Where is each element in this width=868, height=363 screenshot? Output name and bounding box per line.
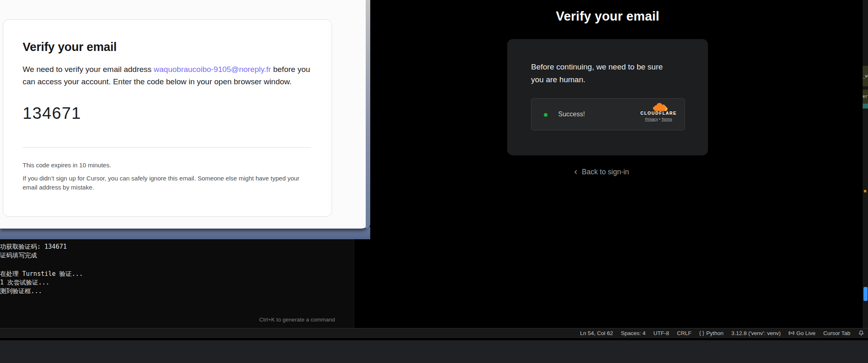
background-window-strip — [0, 227, 370, 239]
human-check-card: Before continuing, we need to be sure yo… — [507, 39, 708, 155]
email-window-edge — [366, 0, 370, 229]
code-expiry-note: This code expires in 10 minutes. — [23, 162, 332, 169]
terminal-panel[interactable]: 功获取验证码: 134671 证码填写完成 在处理 Turnstile 验证..… — [0, 239, 354, 328]
email-body-before: We need to verify your email address — [23, 65, 154, 74]
verification-code: 134671 — [23, 104, 332, 123]
cloudflare-turnstile-widget[interactable]: Success! CLOUDFLARE Privacy • Terms — [531, 98, 685, 130]
python-interpreter-indicator[interactable]: 3.12.8 ('venv': venv) — [731, 330, 781, 336]
code-highlight-fragment — [863, 104, 868, 109]
go-live-label: Go Live — [796, 330, 816, 336]
desktop-screen: Verify your email We need to verify your… — [0, 0, 868, 363]
turnstile-links: Privacy • Terms — [638, 117, 679, 121]
terminal-line: 测到验证框... — [0, 287, 354, 296]
turnstile-status: Success! — [558, 111, 585, 118]
prompt-line-1: Before continuing, we need to be sure — [531, 60, 663, 73]
human-check-prompt: Before continuing, we need to be sure yo… — [531, 60, 663, 86]
email-body: We need to verify your email address waq… — [23, 63, 313, 88]
broadcast-icon — [789, 330, 794, 336]
cursor-position-indicator[interactable]: Ln 54, Col 62 — [580, 330, 613, 336]
terms-link[interactable]: Terms — [661, 117, 672, 121]
indentation-indicator[interactable]: Spaces: 4 — [621, 330, 645, 336]
go-live-button[interactable]: Go Live — [789, 330, 816, 336]
editor-edge-sliver: _w er — [863, 0, 868, 328]
cloudflare-logo-icon — [650, 102, 668, 111]
success-dot — [544, 113, 548, 117]
status-bar: Ln 54, Col 62 Spaces: 4 UTF-8 CRLF { } P… — [0, 328, 868, 338]
code-fragment: _w — [863, 66, 868, 86]
eol-indicator[interactable]: CRLF — [677, 330, 692, 336]
email-card: Verify your email We need to verify your… — [3, 19, 332, 217]
email-window: Verify your email We need to verify your… — [0, 0, 370, 229]
email-divider — [23, 147, 311, 148]
terminal-line — [0, 260, 354, 270]
chevron-left-icon: ‹ — [574, 167, 577, 176]
back-to-signin-link[interactable]: ‹ Back to sign-in — [574, 167, 629, 176]
notifications-button[interactable] — [858, 330, 864, 336]
email-title: Verify your email — [23, 40, 332, 54]
cursor-tab-indicator[interactable]: Cursor Tab — [823, 330, 850, 336]
minimap-marker — [864, 190, 866, 192]
privacy-link[interactable]: Privacy — [645, 117, 658, 121]
language-mode-indicator[interactable]: { } Python — [699, 330, 724, 336]
cloudflare-wordmark: CLOUDFLARE — [638, 111, 679, 116]
terminal-line: 证码填写完成 — [0, 251, 354, 260]
bell-icon — [858, 330, 864, 336]
links-separator: • — [659, 117, 660, 121]
code-fragment: er — [863, 90, 868, 104]
terminal-hint: Ctrl+K to generate a command — [259, 317, 335, 323]
email-address-link[interactable]: waquobraucoibo-9105@noreply.fr — [154, 65, 271, 74]
email-disclaimer: If you didn’t sign up for Cursor, you ca… — [23, 174, 306, 192]
language-label: Python — [706, 330, 724, 336]
terminal-line: 在处理 Turnstile 验证... — [0, 270, 354, 278]
page-title: Verify your email — [507, 9, 708, 24]
braces-icon: { } — [699, 330, 704, 336]
taskbar: ⚙ 中 S — [0, 340, 868, 363]
encoding-indicator[interactable]: UTF-8 — [653, 330, 669, 336]
back-to-signin-label: Back to sign-in — [582, 168, 629, 176]
cloudflare-brand: CLOUDFLARE Privacy • Terms — [638, 102, 679, 121]
terminal-line: 1 次尝试验证... — [0, 278, 354, 287]
terminal-line: 功获取验证码: 134671 — [0, 243, 354, 251]
scrollbar-thumb[interactable] — [863, 287, 868, 301]
prompt-line-2: you are human. — [531, 73, 663, 86]
